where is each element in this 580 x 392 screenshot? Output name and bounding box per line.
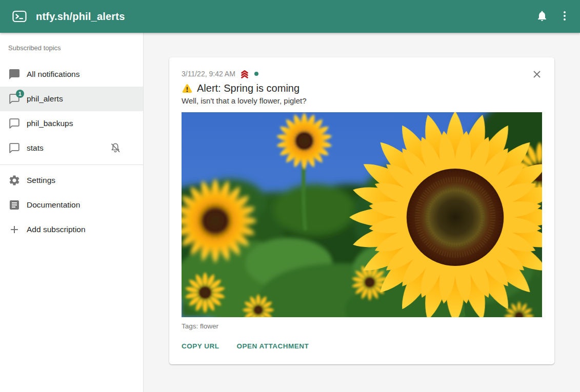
chat-bubble-outline-icon: 1 (8, 93, 21, 105)
notification-actions: COPY URL OPEN ATTACHMENT (182, 341, 542, 351)
sidebar-item-label: Settings (27, 176, 55, 185)
sidebar-item-label: Add subscription (27, 225, 86, 234)
notification-title: Alert: Spring is coming (197, 82, 299, 94)
main-content: 3/11/22, 9:42 AM (144, 33, 580, 392)
sidebar-item-documentation[interactable]: Documentation (0, 193, 143, 217)
overflow-menu-button[interactable] (553, 5, 576, 28)
close-notification-button[interactable] (530, 68, 544, 82)
sidebar-item-phil-backups[interactable]: phil_backups (0, 111, 143, 136)
sidebar-item-settings[interactable]: Settings (0, 168, 143, 193)
timestamp: 3/11/22, 9:42 AM (182, 70, 235, 78)
app-bar: ntfy.sh/phil_alerts (0, 0, 580, 33)
sidebar-item-stats[interactable]: stats (0, 136, 143, 160)
green-dot-unread-indicator (254, 72, 258, 76)
bell-icon (536, 10, 548, 24)
sidebar-item-label: Documentation (27, 200, 80, 210)
unread-count-badge: 1 (16, 90, 24, 98)
tags-label: Tags: flower (182, 322, 542, 330)
notification-card: 3/11/22, 9:42 AM (169, 57, 554, 364)
sidebar-item-add-subscription[interactable]: Add subscription (0, 217, 143, 242)
sidebar-item-all-notifications[interactable]: All notifications (0, 62, 143, 87)
sidebar-item-label: phil_alerts (27, 94, 63, 104)
bell-off-icon (109, 142, 122, 154)
notification-title-row: Alert: Spring is coming (182, 82, 542, 94)
sidebar-item-label: stats (27, 143, 44, 153)
warning-triangle-icon (182, 83, 193, 94)
priority-high-triple-chevron-icon (239, 69, 250, 79)
open-attachment-button[interactable]: OPEN ATTACHMENT (237, 341, 309, 351)
notification-meta-row: 3/11/22, 9:42 AM (182, 69, 542, 79)
subscribed-topics-label: Subscribed topics (0, 33, 143, 62)
notifications-settings-button[interactable] (531, 5, 553, 28)
chat-bubble-filled-icon (8, 68, 21, 80)
sidebar-item-label: All notifications (27, 70, 79, 79)
more-vert-icon (558, 10, 571, 24)
attachment-image[interactable] (182, 112, 542, 317)
sidebar-item-phil-alerts[interactable]: 1 phil_alerts (0, 87, 143, 111)
close-icon (531, 69, 543, 81)
copy-url-button[interactable]: COPY URL (182, 341, 219, 351)
notification-body: Well, isn't that a lovely flower, piglet… (182, 96, 542, 105)
gear-icon (8, 174, 21, 187)
page-title: ntfy.sh/phil_alerts (36, 11, 531, 23)
chat-bubble-outline-icon (8, 142, 21, 154)
sidebar: Subscribed topics All notifications 1 ph… (0, 33, 144, 392)
chat-bubble-outline-icon (8, 117, 21, 130)
terminal-icon (12, 10, 27, 23)
document-icon (8, 199, 21, 211)
plus-icon (8, 223, 21, 236)
sidebar-item-label: phil_backups (27, 119, 73, 128)
